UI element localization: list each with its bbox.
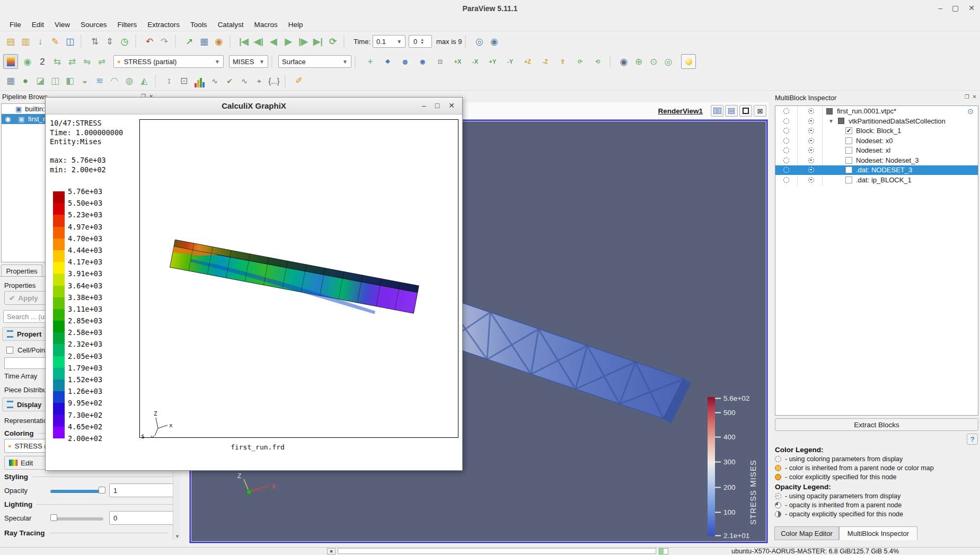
cgx-minimize-button[interactable]: –	[422, 101, 426, 110]
menu-item[interactable]: Edit	[27, 19, 49, 30]
rescale-custom-range-icon[interactable]: 2	[35, 55, 50, 69]
opacity-inherit-icon[interactable]	[808, 157, 814, 163]
window-minimize-button[interactable]: –	[938, 4, 942, 12]
rotate-90-ccw-icon[interactable]: ⟲	[589, 55, 606, 69]
menu-item[interactable]: File	[4, 19, 27, 30]
roll-camera-icon[interactable]: ◉	[414, 55, 431, 69]
opacity-inherit-icon[interactable]	[808, 177, 814, 183]
zoom-to-data-icon[interactable]: ❖	[379, 55, 396, 69]
frame-spinner[interactable]: 0▲▼	[409, 35, 432, 48]
tree-row[interactable]: .dat: ip_BLOCK_1	[775, 175, 978, 185]
export-data-icon[interactable]: ↓	[33, 34, 48, 49]
menu-item[interactable]: Filters	[112, 19, 143, 30]
opacity-inherit-icon[interactable]	[808, 118, 814, 124]
rotate-90-cw-icon[interactable]: ⟳	[571, 55, 589, 69]
progress-cancel-button[interactable]: ✖	[327, 548, 336, 554]
spreadsheet-view-icon[interactable]: ▦	[3, 74, 18, 88]
specular-slider-handle[interactable]	[50, 514, 57, 521]
cell-point-checkbox[interactable]	[6, 347, 13, 354]
tree-row[interactable]: .dat: NODESET_3	[775, 165, 978, 175]
representation-combo[interactable]: Surface▼	[278, 55, 351, 68]
block-checkbox[interactable]	[845, 127, 852, 134]
tree-row[interactable]: Nodeset: x0	[775, 136, 978, 146]
color-inherit-icon[interactable]	[783, 128, 789, 134]
view-minus-y-icon[interactable]: -Y	[501, 55, 519, 69]
menu-item[interactable]: Extractors	[142, 19, 185, 30]
time-value-combo[interactable]: 0.1▼	[373, 35, 405, 48]
disconnect-server-icon[interactable]: ⇕	[102, 34, 117, 49]
clip-filter-icon[interactable]: ◪	[33, 74, 48, 88]
show-orientation-axes-icon[interactable]: ◉	[616, 55, 631, 69]
block-checkbox[interactable]	[845, 157, 852, 164]
stream-tracer-filter-icon[interactable]: ≋	[92, 74, 107, 88]
contour-filter-icon[interactable]: ◒	[77, 74, 92, 88]
dock-close-icon[interactable]: ✕	[973, 94, 977, 100]
tab-color-map-editor[interactable]: Color Map Editor	[774, 526, 839, 540]
tab-properties[interactable]: Properties	[1, 265, 42, 277]
last-frame-icon[interactable]: ▶|	[311, 34, 325, 49]
maximize-view-button[interactable]	[739, 105, 752, 117]
spinner-arrows-icon[interactable]: ▲▼	[420, 38, 424, 45]
reset-camera-icon[interactable]: ✛	[361, 55, 379, 69]
undo-icon[interactable]: ↶	[142, 34, 157, 49]
view-plus-x-icon[interactable]: +X	[449, 55, 466, 69]
rotate-camera-icon[interactable]: ◍	[396, 55, 414, 69]
glyph-filter-icon[interactable]: ●	[18, 74, 33, 88]
menu-item[interactable]: Tools	[185, 19, 213, 30]
first-frame-icon[interactable]: |◀	[236, 34, 251, 49]
renderview-title[interactable]: RenderView1	[658, 107, 703, 115]
probe-location-icon[interactable]: ⌖	[252, 74, 267, 88]
menu-item[interactable]: Macros	[249, 19, 282, 30]
opacity-slider-handle[interactable]	[99, 487, 105, 494]
extract-blocks-button[interactable]: Extract Blocks	[775, 418, 978, 431]
previous-frame-icon[interactable]: ◀|	[251, 34, 266, 49]
rescale-data-range-icon[interactable]: ◉	[20, 55, 35, 69]
integrate-variables-icon[interactable]: ✔	[222, 74, 237, 88]
show-center-axes-icon[interactable]: ⊕	[631, 55, 646, 69]
threshold-filter-icon[interactable]: ◧	[63, 74, 77, 88]
rotate-up-icon[interactable]: ⇧	[554, 55, 571, 69]
opacity-inherit-icon[interactable]	[808, 147, 814, 153]
window-maximize-button[interactable]: ▢	[952, 4, 959, 12]
split-horizontal-button[interactable]	[711, 105, 723, 117]
view-minus-z-icon[interactable]: -Z	[536, 55, 554, 69]
color-array-combo[interactable]: ●STRESS (partial)▼	[113, 55, 224, 68]
save-state-timer-icon[interactable]: ◷	[117, 34, 132, 49]
menu-item[interactable]: View	[49, 19, 75, 30]
specular-value-field[interactable]: 0	[109, 511, 176, 525]
block-checkbox[interactable]	[845, 177, 852, 183]
tree-row[interactable]: Block: Block_1	[775, 126, 978, 136]
cgx-maximize-button[interactable]: □	[435, 101, 439, 110]
tree-root-row[interactable]: first_run.0001.vtpc* ⊙	[775, 106, 978, 116]
python-calculator-icon[interactable]: {...}	[267, 74, 281, 88]
pick-center-icon[interactable]: ⊙	[646, 55, 661, 69]
block-checkbox[interactable]	[845, 137, 852, 144]
next-frame-icon[interactable]: |▶	[296, 34, 311, 49]
opacity-inherit-icon[interactable]	[808, 138, 814, 144]
tree-collection-row[interactable]: ▼ vtkPartitionedDataSetCollection	[775, 116, 978, 126]
plot-over-time-icon[interactable]: ∿	[237, 74, 252, 88]
menu-item[interactable]: Catalyst	[213, 19, 249, 30]
cgx-canvas[interactable]: Z x y	[139, 119, 458, 438]
rescale-visible-icon[interactable]: ⇄	[65, 55, 80, 69]
color-palette-icon[interactable]: ◉	[211, 34, 226, 49]
expander-icon[interactable]: ▼	[828, 118, 834, 124]
cgx-window[interactable]: CalculiX GraphiX – □ ✕ 10/47:STRESSTime:…	[45, 97, 463, 471]
edit-color-map-icon[interactable]	[3, 54, 18, 69]
save-animation-icon[interactable]: ◫	[63, 34, 77, 49]
view-minus-x-icon[interactable]: -X	[466, 55, 484, 69]
tree-row[interactable]: Nodeset: xl	[775, 146, 978, 156]
split-vertical-button[interactable]	[725, 105, 738, 117]
component-combo[interactable]: MISES▼	[229, 55, 268, 68]
loop-icon[interactable]: ⟳	[325, 34, 340, 49]
light-kit-toggle[interactable]	[681, 54, 696, 69]
redo-icon[interactable]: ↷	[157, 34, 172, 49]
menu-item[interactable]: Help	[283, 19, 308, 30]
select-cells-box-icon[interactable]: ⊡	[176, 74, 191, 88]
play-backward-icon[interactable]: ◀	[266, 34, 281, 49]
window-close-button[interactable]: ✕	[968, 4, 975, 12]
zoom-to-box-icon[interactable]: ⊡	[431, 55, 449, 69]
slice-filter-icon[interactable]: ◫	[48, 74, 63, 88]
rescale-all-timesteps-icon[interactable]: ⇋	[80, 55, 94, 69]
zoom-to-selection-icon[interactable]: ◎	[472, 34, 487, 49]
